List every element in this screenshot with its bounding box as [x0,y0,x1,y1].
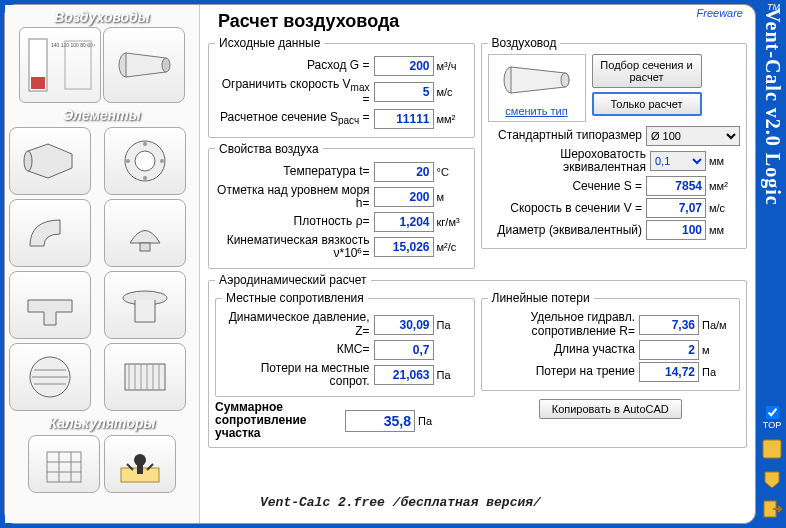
flow-label: Расход G = [215,59,374,72]
v-output [646,198,706,218]
select-and-calc-button[interactable]: Подбор сечения и расчет [592,54,702,88]
section-calc-unit: мм² [434,113,468,125]
element-heater-button[interactable] [104,343,186,411]
version-label: Vent-Calc 2.free /бесплатная версия/ [260,495,541,510]
duct-legend: Воздуховод [488,36,561,50]
vmax-label: Ограничить скорость Vmax = [215,78,374,107]
size-label: Стандартный типоразмер [488,129,647,142]
local-loss-label: Потери на местные сопрот. [222,362,374,388]
viscosity-label: Кинематическая вязкость ν*10⁶= [215,234,374,260]
tee-icon [20,280,80,330]
element-cap-button[interactable] [104,199,186,267]
element-elbow-button[interactable] [9,199,91,267]
svg-point-12 [160,159,164,163]
elbow-icon [20,208,80,258]
s-unit: мм² [706,180,740,192]
element-roof-button[interactable] [104,271,186,339]
change-type-link[interactable]: сменить тип [493,105,581,117]
main-frame: Воздуховоды 140 120 100 80 60 40 Элемент… [4,4,756,524]
left-panel: Воздуховоды 140 120 100 80 60 40 Элемент… [5,5,200,523]
flow-input[interactable] [374,56,434,76]
local-loss-unit: Па [434,369,468,381]
thermometer-card[interactable]: 140 120 100 80 60 40 [19,27,101,103]
aero-group: Аэродинамический расчет Местные сопротив… [208,273,747,447]
roughness-label: Шероховатость эквивалентная [488,148,651,174]
v-label: Скорость в сечении V = [488,202,647,215]
svg-point-8 [135,151,155,171]
kms-label: КМС= [222,343,374,356]
calc-drafting-button[interactable] [104,435,176,493]
section-calculators-header: Калькуляторы [7,413,197,433]
source-data-group: Исходные данные Расход G = м³/ч Ограничи… [208,36,475,138]
vmax-input[interactable] [374,82,434,102]
sum-label: Суммарное сопротивление участка [215,401,345,441]
temp-input[interactable] [374,162,434,182]
element-grille-button[interactable] [9,343,91,411]
length-input[interactable] [639,340,699,360]
copy-autocad-button[interactable]: Копировать в AutoCAD [539,399,682,419]
section-calc-input[interactable] [374,109,434,129]
z-output [374,315,434,335]
duct-preview-icon [497,59,577,101]
section-ducts-header: Воздуховоды [7,7,197,27]
roof-icon [115,280,175,330]
duct-round-icon [114,40,174,90]
altitude-unit: м [434,191,468,203]
altitude-label: Отметка над уровнем моря h= [215,184,374,210]
page-title: Расчет воздуховода [218,11,747,32]
svg-text:140 120 100 80 60 40: 140 120 100 80 60 40 [51,42,95,48]
duct-round-button[interactable] [103,27,185,103]
density-label: Плотность ρ= [215,215,374,228]
kms-input[interactable] [374,340,434,360]
element-flange-button[interactable] [104,127,186,195]
duct-group: Воздуховод сменить тип Подбор сечения и … [481,36,748,249]
altitude-input[interactable] [374,187,434,207]
density-unit: кг/м³ [434,216,468,228]
aero-legend: Аэродинамический расчет [215,273,371,287]
svg-rect-13 [140,243,150,251]
friction-label: Потери на трение [488,365,640,378]
calc-building-button[interactable] [28,435,100,493]
d-unit: мм [706,224,740,236]
temp-label: Температура t= [215,165,374,178]
flow-unit: м³/ч [434,60,468,72]
flange-icon [115,136,175,186]
section-elements-header: Элементы [7,105,197,125]
r-label: Удельное гидравл. сопротивление R= [488,311,640,337]
settings-icon[interactable] [761,438,783,460]
right-rail: Vent-Calc v2.0 Logic TOP [758,0,786,528]
svg-point-6 [24,151,32,171]
vmax-unit: м/с [434,86,468,98]
s-output [646,176,706,196]
element-reducer-button[interactable] [9,127,91,195]
drafting-icon [115,442,165,486]
source-legend: Исходные данные [215,36,324,50]
density-input[interactable] [374,212,434,232]
r-unit: Па/м [699,319,733,331]
sum-unit: Па [415,415,449,427]
duct-preview: сменить тип [488,54,586,122]
svg-point-10 [143,176,147,180]
roughness-select[interactable]: 0,1 [650,151,706,171]
linear-loss-group: Линейные потери Удельное гидравл. сопрот… [481,291,741,390]
freeware-label: Freeware [697,7,743,19]
svg-point-37 [561,73,569,87]
z-label: Динамическое давление, Z= [222,311,374,337]
z-unit: Па [434,319,468,331]
calc-only-button[interactable]: Только расчет [592,92,702,116]
top-checkbox[interactable]: TOP [763,406,781,430]
size-select[interactable]: Ø 100 [646,126,740,146]
element-tee-button[interactable] [9,271,91,339]
viscosity-input[interactable] [374,237,434,257]
svg-point-11 [126,159,130,163]
d-label: Диаметр (эквивалентный) [488,224,647,237]
sum-output [345,410,415,432]
local-loss-output [374,365,434,385]
export-icon[interactable] [761,468,783,490]
exit-icon[interactable] [761,498,783,520]
friction-unit: Па [699,366,733,378]
content-area: Freeware Расчет воздуховода Исходные дан… [200,5,755,523]
svg-rect-26 [47,452,81,482]
svg-rect-38 [763,440,781,458]
svg-point-5 [162,58,170,72]
